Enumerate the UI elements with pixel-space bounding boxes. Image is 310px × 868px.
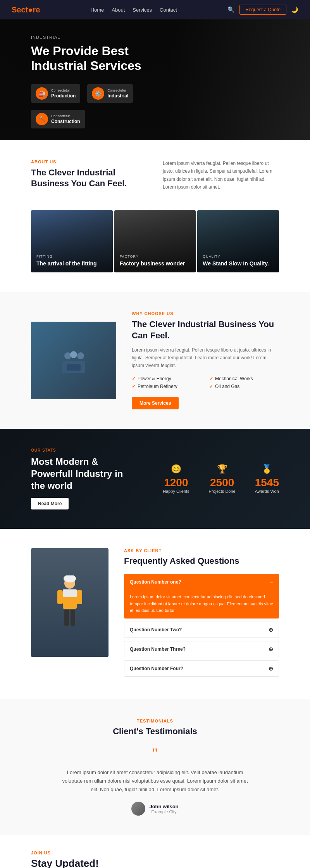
faq-answer-1: Lorem ipsum dolor sit amet, consectetur … (124, 590, 279, 618)
check-icon-4: ✓ (209, 384, 213, 389)
faq-item-3[interactable]: Question Number Three? ⊕ (124, 641, 279, 657)
check-icon-1: ✓ (132, 376, 136, 381)
why-label: Why Choose Us (132, 311, 279, 316)
more-services-button[interactable]: More Services (132, 397, 179, 409)
quote-icon: " (31, 746, 279, 762)
stat-projects: 🏆 2500 Projects Done (209, 464, 236, 494)
nav-services[interactable]: Services (133, 7, 152, 13)
faq-item-2[interactable]: Question Number Two? ⊕ (124, 622, 279, 638)
faq-question-2[interactable]: Question Number Two? ⊕ (124, 622, 279, 638)
faq-question-1[interactable]: Question Number one? − (124, 574, 279, 590)
faq-q1-text: Question Number one? (130, 579, 181, 585)
card-factory-title: Factory business wonder (120, 260, 191, 267)
hero-section: INDUSTRIAL We Provide Best Industrial Se… (0, 19, 310, 140)
newsletter-title: Stay Updated! (31, 858, 279, 868)
workers-illustration (58, 345, 89, 376)
check-icon-3: ✓ (132, 384, 136, 389)
stat-clients-number: 1200 (163, 476, 189, 489)
why-feature-1: ✓ Power & Energy (132, 376, 202, 381)
stat-awards: 🥇 1545 Awards Won (255, 464, 279, 494)
logo-text: Sect●re (12, 5, 40, 14)
stats-section: Our Stats Most Modern & Powerfull Indust… (0, 429, 310, 529)
search-icon[interactable]: 🔍 (227, 6, 235, 13)
testimonial-text: Lorem ipsum dolor sit amet consectetur a… (62, 768, 248, 794)
nav-about[interactable]: About (112, 7, 125, 13)
industrial-icon: ⚙️ (92, 87, 104, 100)
stat-clients-label: Happy Clients (163, 489, 189, 494)
svg-rect-12 (71, 610, 75, 626)
card-factory[interactable]: FACTORY Factory business wonder (114, 210, 196, 272)
faq-q2-text: Question Number Two? (130, 627, 182, 632)
cards-section: FITTING The arrival of the fitting FACTO… (0, 210, 310, 292)
production-icon: 🏭 (36, 87, 48, 100)
testimonials-title: Client's Testimonials (31, 726, 279, 736)
testimonials-section: Testimonials Client's Testimonials " Lor… (0, 699, 310, 835)
faq-item-4[interactable]: Question Number Four? ⊕ (124, 660, 279, 677)
card-fitting-title: The arrival of the fitting (36, 260, 107, 267)
stat-projects-label: Projects Done (209, 489, 236, 494)
stat-awards-label: Awards Won (255, 489, 279, 494)
why-feature-3: ✓ Petroleum Refinery (132, 384, 202, 389)
check-icon-2: ✓ (209, 376, 213, 381)
svg-rect-4 (67, 364, 81, 371)
hero-title: We Provide Best Industrial Services (31, 43, 194, 73)
quote-button[interactable]: Request a Quote (239, 5, 286, 15)
about-text: Lorem ipsum viverra feugiat. Pellen tesq… (163, 159, 279, 191)
why-image (31, 322, 116, 399)
faq-section: Ask By Client Frequently Asked Questions… (0, 529, 310, 699)
stats-label: Our Stats (31, 448, 140, 452)
hero-label: INDUSTRIAL (31, 35, 194, 40)
theme-toggle-icon[interactable]: 🌙 (291, 6, 298, 13)
faq-item-1[interactable]: Question Number one? − Lorem ipsum dolor… (124, 574, 279, 619)
svg-point-1 (70, 351, 77, 358)
about-right: Lorem ipsum viverra feugiat. Pellen tesq… (163, 159, 279, 191)
read-more-button[interactable]: Read More (31, 498, 69, 509)
hero-content: INDUSTRIAL We Provide Best Industrial Se… (31, 35, 194, 128)
why-title: The Clever Industrial Business You Can F… (132, 319, 279, 341)
nav-contact[interactable]: Contact (160, 7, 177, 13)
nav-menu: Home About Services Contact (91, 7, 177, 13)
hero-feature-production-text: Consectetur Production (51, 88, 76, 99)
faq-q4-text: Question Number Four? (130, 666, 183, 671)
stats-title: Most Modern & Powerfull Industry in the … (31, 456, 140, 492)
card-fitting[interactable]: FITTING The arrival of the fitting (31, 210, 113, 272)
hero-features: 🏭 Consectetur Production ⚙️ Consectetur … (31, 84, 194, 128)
svg-point-2 (77, 352, 84, 359)
hero-feature-construction: 🔨 Consectetur Construction (31, 110, 85, 128)
about-left: About Us The Clever Industrial Business … (31, 159, 147, 191)
worker-illustration (54, 575, 85, 630)
stat-clients: 😊 1200 Happy Clients (163, 464, 189, 494)
hero-feature-industrial-text: Consectetur Industrial (107, 88, 128, 99)
card-fitting-label: FITTING (36, 255, 107, 258)
awards-icon: 🥇 (255, 464, 279, 474)
author-info: John wilson Example City (149, 804, 178, 814)
why-features-list: ✓ Power & Energy ✓ Mechanical Works ✓ Pe… (132, 376, 279, 389)
card-quality-title: We Stand Slow In Quality. (203, 260, 274, 267)
stat-awards-number: 1545 (255, 476, 279, 489)
construction-icon: 🔨 (36, 113, 48, 125)
card-factory-content: FACTORY Factory business wonder (114, 210, 196, 272)
svg-rect-9 (57, 590, 63, 604)
navbar: Sect●re Home About Services Contact 🔍 Re… (0, 0, 310, 19)
testimonial-author: John wilson Example City (31, 802, 279, 816)
svg-rect-10 (77, 590, 82, 604)
faq-question-4[interactable]: Question Number Four? ⊕ (124, 661, 279, 676)
faq-q3-text: Question Number Three? (130, 646, 186, 652)
author-name: John wilson (149, 804, 178, 809)
logo[interactable]: Sect●re (12, 5, 40, 14)
faq-plus-icon-3: ⊕ (269, 646, 273, 652)
about-section: About Us The Clever Industrial Business … (0, 140, 310, 211)
faq-question-3[interactable]: Question Number Three? ⊕ (124, 641, 279, 657)
why-section: Why Choose Us The Clever Industrial Busi… (0, 292, 310, 428)
author-city: Example City (149, 809, 178, 814)
nav-home[interactable]: Home (91, 7, 104, 13)
card-quality[interactable]: QUALITY We Stand Slow In Quality. (197, 210, 279, 272)
card-fitting-content: FITTING The arrival of the fitting (31, 210, 113, 272)
card-quality-content: QUALITY We Stand Slow In Quality. (197, 210, 279, 272)
about-title: The Clever Industrial Business You Can F… (31, 167, 147, 189)
hero-feature-production: 🏭 Consectetur Production (31, 84, 80, 103)
card-quality-label: QUALITY (203, 255, 274, 258)
testimonials-label: Testimonials (31, 719, 279, 723)
why-feature-4: ✓ Oil and Gas (209, 384, 279, 389)
why-text: Lorem ipsum viverra feugiat. Pellen tesq… (132, 346, 279, 370)
